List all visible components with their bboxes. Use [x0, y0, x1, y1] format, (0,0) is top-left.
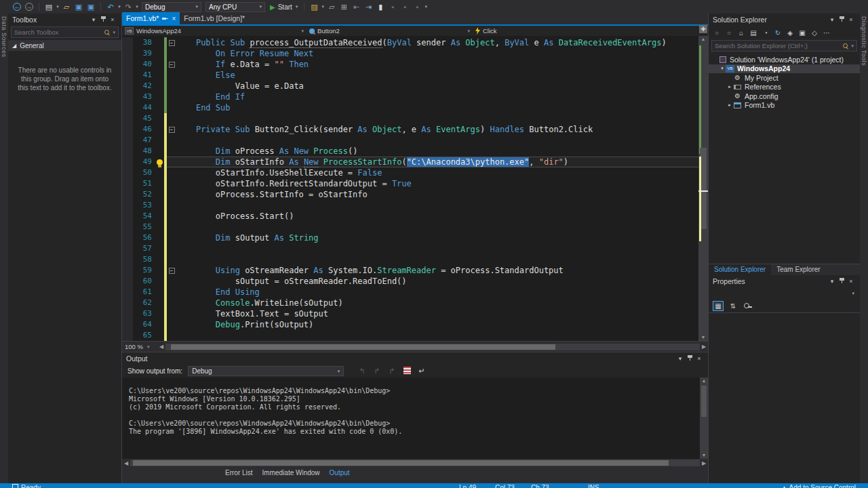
add-to-source-control-button[interactable]: ▲ Add to Source Control	[781, 484, 856, 488]
scroll-up-icon[interactable]: ▲	[700, 378, 708, 384]
code-line-58[interactable]: 58	[122, 254, 698, 265]
dropdown-chevron-icon[interactable]: ▾	[320, 4, 326, 9]
code-line-57[interactable]: 57	[122, 243, 698, 254]
panel-tab-immediate-window[interactable]: Immediate Window	[262, 469, 320, 476]
breakpoint-margin[interactable]	[122, 287, 133, 298]
lightbulb-icon[interactable]	[157, 159, 163, 165]
code-text[interactable]	[176, 222, 698, 232]
tree-item-form1-vb[interactable]: ▸Form1.vb	[709, 101, 860, 110]
outlining-margin[interactable]	[167, 200, 176, 211]
split-editor-handle[interactable]: ✚	[699, 25, 707, 33]
code-text[interactable]: End Using	[176, 287, 698, 298]
comment-icon[interactable]: ▪	[387, 1, 399, 12]
dropdown-chevron-icon[interactable]: ▾	[423, 4, 429, 9]
code-text[interactable]: sOutput = oStreamReader.ReadToEnd()	[176, 276, 698, 287]
breakpoint-margin[interactable]	[122, 48, 133, 59]
outlining-margin[interactable]	[167, 298, 176, 308]
code-line-55[interactable]: 55	[122, 222, 698, 232]
breakpoint-margin[interactable]	[122, 59, 133, 70]
output-window-menu-icon[interactable]: ▾	[675, 355, 685, 362]
code-line-61[interactable]: 61 End Using	[122, 287, 698, 298]
code-line-60[interactable]: 60 sOutput = oStreamReader.ReadToEnd()	[122, 276, 698, 287]
breakpoint-margin[interactable]	[122, 232, 133, 243]
code-text[interactable]	[176, 330, 698, 341]
pending-changes-icon[interactable]: ◔	[760, 29, 771, 37]
breakpoint-margin[interactable]	[122, 298, 133, 308]
add-item-icon[interactable]: ⊞	[338, 1, 350, 12]
breakpoint-margin[interactable]	[122, 157, 133, 167]
outlining-margin[interactable]	[167, 70, 176, 81]
clear-all-icon[interactable]	[401, 367, 413, 375]
code-text[interactable]: Else	[176, 70, 698, 81]
outlining-margin[interactable]	[167, 319, 176, 330]
breakpoint-margin[interactable]	[122, 276, 133, 287]
new-file-icon[interactable]: ▤	[43, 1, 55, 12]
editor-zoom-combo[interactable]: 100 % ▾	[122, 342, 157, 352]
dropdown-chevron-icon[interactable]: ▾	[117, 4, 122, 9]
tab-close-icon[interactable]: ×	[172, 15, 176, 22]
code-text[interactable]	[176, 113, 698, 124]
outlining-margin[interactable]	[167, 81, 176, 92]
outlining-margin[interactable]	[167, 330, 176, 341]
breakpoint-margin[interactable]	[122, 319, 133, 330]
categorized-icon[interactable]: ▦	[713, 301, 724, 311]
document-tab-form1-vb--design--[interactable]: Form1.vb [Design]*	[180, 12, 249, 24]
breadcrumb-member[interactable]: Button2 ▾	[307, 26, 473, 36]
code-text[interactable]: Dim oProcess As New Process()	[176, 146, 698, 157]
back-icon[interactable]: ○	[711, 29, 722, 37]
scroll-right-icon[interactable]: ▶	[700, 460, 708, 466]
breakpoint-margin[interactable]	[122, 254, 133, 265]
breadcrumb-project[interactable]: VB WindowsApp24 ▾	[122, 26, 307, 36]
code-text[interactable]: Console.WriteLine(sOutput)	[176, 298, 698, 308]
code-text[interactable]: Using oStreamReader As System.IO.StreamR…	[176, 265, 698, 276]
panel-tab-output[interactable]: Output	[330, 469, 350, 476]
breakpoint-margin[interactable]	[122, 146, 133, 157]
show-all-files-icon[interactable]: ▣	[797, 29, 808, 37]
solution-explorer-search[interactable]: ▾	[711, 40, 857, 52]
code-text[interactable]: If e.Data = "" Then	[176, 59, 698, 70]
solution-explorer-close-icon[interactable]: ×	[846, 16, 856, 23]
tree-item-solution--windowsapp24---1-project-[interactable]: Solution 'WindowsApp24' (1 project)	[709, 55, 860, 64]
tree-expander-icon[interactable]: ▸	[726, 102, 733, 108]
start-button[interactable]: ▶Start▾	[270, 3, 298, 11]
nav-back-icon[interactable]: ←	[11, 1, 23, 12]
undo-icon[interactable]: ↶	[104, 1, 117, 12]
breadcrumb-event[interactable]: Click ▾	[473, 26, 708, 36]
code-text[interactable]	[176, 243, 698, 254]
outlining-margin[interactable]	[167, 308, 176, 319]
editor-vertical-scrollbar[interactable]: ✚ ▲ ▼	[698, 36, 708, 341]
code-editor[interactable]: 38− Public Sub proccess_OutputDataReceiv…	[122, 36, 708, 341]
tree-item-references[interactable]: ▸References	[709, 83, 860, 92]
code-line-54[interactable]: 54 oProcess.Start()	[122, 211, 698, 222]
solution-explorer-pin-icon[interactable]	[837, 16, 846, 24]
breakpoint-margin[interactable]	[122, 102, 133, 113]
output-source-combo[interactable]: Debug ▾	[188, 366, 344, 376]
bookmark-icon[interactable]: ▮	[374, 1, 387, 12]
code-text[interactable]: Value = e.Data	[176, 81, 698, 92]
code-text[interactable]	[176, 135, 698, 146]
outlining-margin[interactable]	[167, 222, 176, 232]
editor-horizontal-scrollbar[interactable]	[165, 344, 700, 350]
code-line-52[interactable]: 52 oProcess.StartInfo = oStartInfo	[122, 189, 698, 200]
outlining-margin[interactable]	[167, 113, 176, 124]
code-line-48[interactable]: 48 Dim oProcess As New Process()	[122, 146, 698, 157]
scroll-up-icon[interactable]: ▲	[698, 36, 708, 43]
fold-collapse-icon[interactable]: −	[169, 62, 175, 68]
tree-item-windowsapp24[interactable]: ▾VBWindowsApp24	[709, 64, 860, 74]
code-text[interactable]: Private Sub Button2_Click(sender As Obje…	[176, 124, 698, 135]
code-text[interactable]: oProcess.Start()	[176, 211, 698, 222]
outlining-margin[interactable]	[167, 146, 176, 157]
output-horizontal-scrollbar[interactable]	[130, 460, 700, 466]
forward-icon[interactable]: ○	[724, 29, 734, 37]
document-tab-form1-vb-[interactable]: Form1.vb*×	[122, 12, 180, 24]
data-sources-collapsed-tab[interactable]: Data Sources	[0, 14, 8, 483]
code-lines[interactable]: 38− Public Sub proccess_OutputDataReceiv…	[122, 36, 698, 341]
code-text[interactable]: oStartInfo.RedirectStandardOutput = True	[176, 178, 698, 189]
scroll-down-icon[interactable]: ▼	[698, 334, 708, 341]
breakpoint-margin[interactable]	[122, 113, 133, 124]
output-vertical-scrollbar[interactable]: ▲ ▼	[700, 378, 708, 459]
tree-expander-icon[interactable]: ▾	[719, 66, 726, 71]
indent-decrease-icon[interactable]: ⇤	[350, 1, 362, 12]
solution-platform-combo[interactable]: Any CPU▾	[205, 2, 265, 12]
breakpoint-margin[interactable]	[122, 124, 133, 135]
